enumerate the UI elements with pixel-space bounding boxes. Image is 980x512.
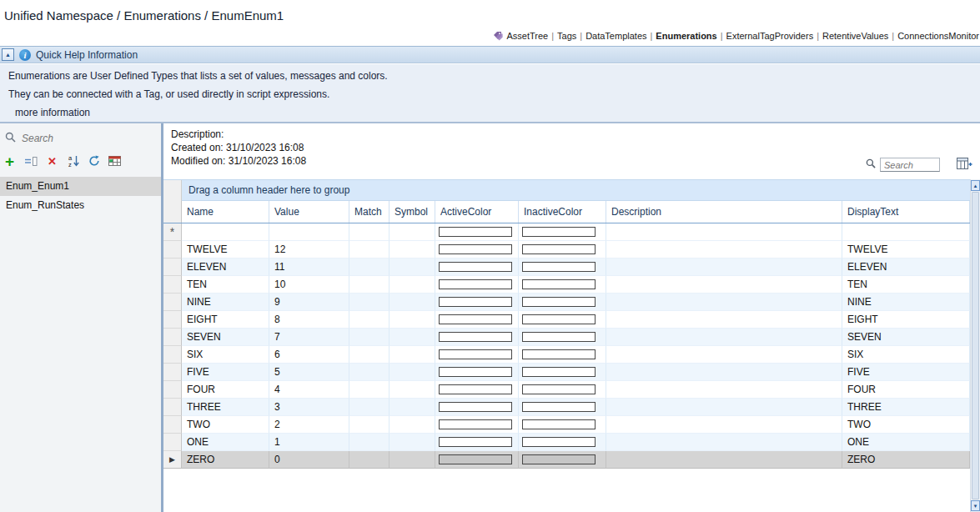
cell-description[interactable] (606, 451, 842, 469)
cell-value[interactable]: 0 (269, 451, 349, 469)
cell-name[interactable] (182, 223, 269, 241)
active-color-swatch[interactable] (439, 279, 512, 289)
row-header[interactable] (163, 294, 182, 311)
cell-inactivecolor[interactable] (519, 311, 606, 329)
inactive-color-swatch[interactable] (522, 402, 596, 412)
cell-name[interactable]: ELEVEN (182, 259, 269, 276)
cell-description[interactable] (606, 434, 842, 451)
cell-name[interactable]: NINE (182, 294, 269, 311)
grid-row[interactable]: ▶ZERO0ZERO (163, 451, 970, 469)
cell-activecolor[interactable] (435, 399, 519, 416)
grid-row[interactable]: TWO2TWO (163, 416, 970, 434)
cell-inactivecolor[interactable] (519, 434, 606, 451)
nav-tab-datatemplates[interactable]: DataTemplates (585, 31, 646, 41)
cell-displaytext[interactable]: NINE (842, 294, 970, 311)
cell-activecolor[interactable] (435, 329, 519, 346)
cell-displaytext[interactable]: THREE (842, 399, 970, 416)
scroll-up-button[interactable]: ▲ (971, 180, 980, 191)
cell-displaytext[interactable]: ELEVEN (842, 259, 970, 276)
grid-row[interactable]: TWELVE12TWELVE (163, 241, 970, 259)
cell-match[interactable] (349, 364, 389, 381)
group-by-hint[interactable]: Drag a column header here to group (182, 180, 970, 201)
cell-symbol[interactable] (389, 276, 435, 294)
cell-symbol[interactable] (389, 416, 435, 434)
active-color-swatch[interactable] (439, 244, 512, 254)
column-header-name[interactable]: Name (182, 201, 269, 223)
add-button[interactable]: + (3, 153, 16, 168)
row-header[interactable] (163, 276, 182, 294)
cell-inactivecolor[interactable] (519, 364, 606, 381)
inactive-color-swatch[interactable] (522, 454, 596, 464)
active-color-swatch[interactable] (439, 262, 512, 272)
row-header[interactable] (163, 399, 182, 416)
row-header[interactable] (163, 259, 182, 276)
inactive-color-swatch[interactable] (522, 419, 596, 429)
row-header[interactable]: ▶ (163, 451, 182, 469)
row-header[interactable] (163, 364, 182, 381)
cell-match[interactable] (349, 276, 389, 294)
cell-symbol[interactable] (389, 451, 435, 469)
grid-row[interactable]: NINE9NINE (163, 294, 970, 311)
row-header[interactable]: * (163, 223, 182, 241)
nav-tab-connectionsmonitor[interactable]: ConnectionsMonitor (897, 31, 979, 41)
cell-activecolor[interactable] (435, 434, 519, 451)
cell-displaytext[interactable]: TWELVE (842, 241, 970, 259)
grid-row[interactable]: SEVEN7SEVEN (163, 329, 970, 346)
cell-description[interactable] (606, 223, 842, 241)
cell-inactivecolor[interactable] (519, 223, 606, 241)
refresh-button[interactable] (88, 153, 100, 168)
sidebar-search-input[interactable] (22, 133, 138, 144)
cell-inactivecolor[interactable] (519, 399, 606, 416)
row-header[interactable] (163, 434, 182, 451)
column-header-description[interactable]: Description (606, 201, 842, 223)
cell-activecolor[interactable] (435, 451, 519, 469)
cell-value[interactable]: 11 (269, 259, 349, 276)
inactive-color-swatch[interactable] (522, 367, 596, 377)
cell-inactivecolor[interactable] (519, 451, 606, 469)
collapse-quick-help-button[interactable]: ▲ (2, 48, 14, 61)
scroll-down-button[interactable]: ▼ (971, 500, 980, 511)
nav-tab-assettree[interactable]: AssetTree (506, 31, 548, 41)
cell-symbol[interactable] (389, 346, 435, 364)
rename-button[interactable] (24, 153, 38, 168)
active-color-swatch[interactable] (439, 332, 512, 342)
scrollbar-thumb[interactable] (972, 192, 979, 499)
cell-activecolor[interactable] (435, 259, 519, 276)
active-color-swatch[interactable] (439, 314, 512, 324)
cell-match[interactable] (349, 346, 389, 364)
cell-value[interactable]: 1 (269, 434, 349, 451)
row-header[interactable] (163, 241, 182, 259)
cell-activecolor[interactable] (435, 311, 519, 329)
cell-name[interactable]: THREE (182, 399, 269, 416)
cell-symbol[interactable] (389, 434, 435, 451)
cell-symbol[interactable] (389, 364, 435, 381)
cell-description[interactable] (606, 346, 842, 364)
column-header-match[interactable]: Match (349, 201, 389, 223)
column-header-displaytext[interactable]: DisplayText (842, 201, 970, 223)
inactive-color-swatch[interactable] (522, 297, 596, 307)
grid-new-row[interactable]: * (163, 223, 970, 241)
cell-activecolor[interactable] (435, 223, 519, 241)
cell-name[interactable]: ZERO (182, 451, 269, 469)
row-header[interactable] (163, 329, 182, 346)
cell-value[interactable]: 12 (269, 241, 349, 259)
cell-inactivecolor[interactable] (519, 416, 606, 434)
cell-value[interactable]: 10 (269, 276, 349, 294)
cell-description[interactable] (606, 294, 842, 311)
active-color-swatch[interactable] (439, 384, 512, 394)
cell-name[interactable]: TWELVE (182, 241, 269, 259)
grid-row[interactable]: ELEVEN11ELEVEN (163, 259, 970, 276)
cell-description[interactable] (606, 329, 842, 346)
cell-displaytext[interactable]: ONE (842, 434, 970, 451)
cell-name[interactable]: TEN (182, 276, 269, 294)
cell-displaytext[interactable]: TEN (842, 276, 970, 294)
cell-activecolor[interactable] (435, 241, 519, 259)
cell-match[interactable] (349, 451, 389, 469)
cell-displaytext[interactable]: FOUR (842, 381, 970, 399)
cell-match[interactable] (349, 223, 389, 241)
nav-tab-externaltagproviders[interactable]: ExternalTagProviders (726, 31, 814, 41)
active-color-swatch[interactable] (439, 419, 512, 429)
cell-inactivecolor[interactable] (519, 346, 606, 364)
cell-match[interactable] (349, 241, 389, 259)
cell-displaytext[interactable]: SIX (842, 346, 970, 364)
